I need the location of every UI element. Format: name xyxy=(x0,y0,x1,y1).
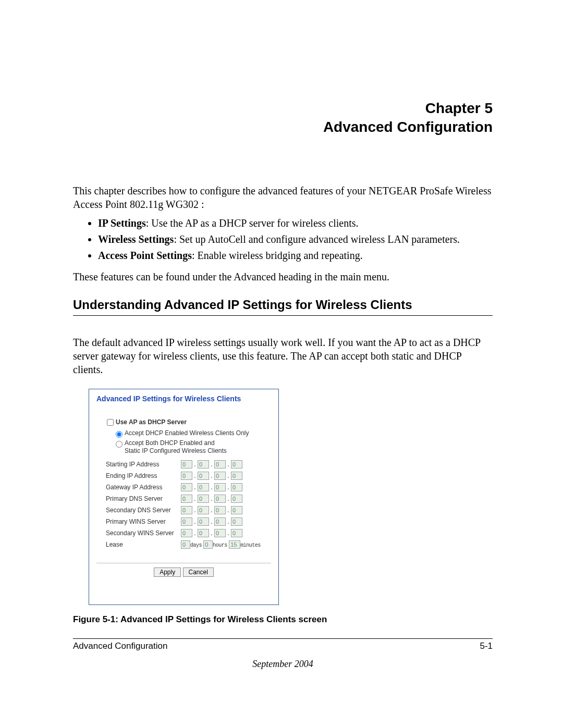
button-row: Apply Cancel xyxy=(96,563,271,577)
checkbox-label: Use AP as DHCP Server xyxy=(116,418,187,425)
use-ap-dhcp-checkbox[interactable] xyxy=(107,419,114,426)
chapter-title: Chapter 5 Advanced Configuration xyxy=(73,99,493,137)
feature-desc: : Enable wireless bridging and repeating… xyxy=(192,250,363,261)
field-label: Ending IP Address xyxy=(105,470,180,482)
footer-rule xyxy=(73,638,493,639)
ip-octet-input[interactable] xyxy=(231,529,242,537)
field-label: Starting IP Address xyxy=(105,459,180,470)
page-footer: Advanced Configuration 5-1 xyxy=(73,641,493,651)
radio-row-2: Accept Both DHCP Enabled andStatic IP Co… xyxy=(113,439,271,455)
apply-button[interactable]: Apply xyxy=(154,567,181,577)
table-row: Gateway IP Address . . . xyxy=(105,482,262,493)
ip-octet-input[interactable] xyxy=(198,495,209,503)
field-label: Primary DNS Server xyxy=(105,493,180,504)
lease-row: Lease days hours minutes xyxy=(105,539,262,550)
feature-desc: : Set up AutoCell and configure advanced… xyxy=(174,233,460,245)
ip-octet-input[interactable] xyxy=(198,460,209,468)
feature-name: Access Point Settings xyxy=(98,250,192,261)
ip-octet-input[interactable] xyxy=(231,506,242,514)
list-item: Access Point Settings: Enable wireless b… xyxy=(98,249,493,263)
footer-date: September 2004 xyxy=(73,659,493,670)
ip-octet-input[interactable] xyxy=(214,483,226,491)
ip-octet-input[interactable] xyxy=(198,506,209,514)
hours-unit: hours xyxy=(213,542,227,548)
lease-days-input[interactable] xyxy=(181,540,190,549)
chapter-name: Advanced Configuration xyxy=(323,119,493,135)
list-item: IP Settings: Use the AP as a DHCP server… xyxy=(98,216,493,230)
ip-octet-input[interactable] xyxy=(214,529,226,537)
table-row: Primary WINS Server . . . xyxy=(105,516,262,527)
section-paragraph: The default advanced IP wireless setting… xyxy=(73,336,493,376)
ip-octet-input[interactable] xyxy=(181,517,192,526)
ip-octet-input[interactable] xyxy=(181,460,192,468)
minutes-unit: minutes xyxy=(240,542,261,548)
field-label: Lease xyxy=(105,539,180,550)
ip-octet-input[interactable] xyxy=(181,472,192,480)
table-row: Ending IP Address . . . xyxy=(105,470,262,482)
table-row: Primary DNS Server . . . xyxy=(105,493,262,504)
settings-panel-screenshot: Advanced IP Settings for Wireless Client… xyxy=(89,389,279,605)
feature-name: IP Settings xyxy=(98,217,146,229)
table-row: Secondary DNS Server . . . xyxy=(105,504,262,516)
outro-paragraph: These features can be found under the Ad… xyxy=(73,271,493,283)
ip-octet-input[interactable] xyxy=(214,495,226,503)
field-label: Primary WINS Server xyxy=(105,516,180,527)
ip-octet-input[interactable] xyxy=(214,517,226,526)
accept-dhcp-only-radio[interactable] xyxy=(116,431,123,438)
ip-octet-input[interactable] xyxy=(231,472,242,480)
feature-list: IP Settings: Use the AP as a DHCP server… xyxy=(73,216,493,263)
ip-octet-input[interactable] xyxy=(231,460,242,468)
ip-octets: . . . xyxy=(180,459,262,470)
ip-octet-input[interactable] xyxy=(214,472,226,480)
ip-octet-input[interactable] xyxy=(231,483,242,491)
ip-octet-input[interactable] xyxy=(214,506,226,514)
ip-octet-input[interactable] xyxy=(198,483,209,491)
panel-title: Advanced IP Settings for Wireless Client… xyxy=(96,394,271,403)
days-unit: days xyxy=(190,542,202,548)
ip-octet-input[interactable] xyxy=(181,506,192,514)
table-row: Starting IP Address . . . xyxy=(105,459,262,470)
lease-hours-input[interactable] xyxy=(203,540,213,549)
ip-octet-input[interactable] xyxy=(198,517,209,526)
radio-label-line1: Accept Both DHCP Enabled and xyxy=(125,439,215,447)
lease-minutes-input[interactable] xyxy=(229,540,240,549)
ip-octet-input[interactable] xyxy=(181,529,192,537)
figure-caption: Figure 5-1: Advanced IP Settings for Wir… xyxy=(73,614,493,625)
ip-octet-input[interactable] xyxy=(214,460,226,468)
accept-both-radio[interactable] xyxy=(116,441,123,448)
ip-octet-input[interactable] xyxy=(198,472,209,480)
ip-fields-table: Starting IP Address . . . Ending IP Addr… xyxy=(105,459,262,550)
feature-name: Wireless Settings xyxy=(98,233,174,245)
ip-octet-input[interactable] xyxy=(231,495,242,503)
field-label: Secondary DNS Server xyxy=(105,504,180,516)
intro-paragraph: This chapter describes how to configure … xyxy=(73,184,493,211)
field-label: Secondary WINS Server xyxy=(105,527,180,539)
feature-desc: : Use the AP as a DHCP server for wirele… xyxy=(146,217,359,229)
ip-octet-input[interactable] xyxy=(231,517,242,526)
list-item: Wireless Settings: Set up AutoCell and c… xyxy=(98,232,493,246)
chapter-number: Chapter 5 xyxy=(425,100,493,116)
field-label: Gateway IP Address xyxy=(105,482,180,493)
ip-octet-input[interactable] xyxy=(181,495,192,503)
radio-row-1: Accept DHCP Enabled Wireless Clients Onl… xyxy=(113,429,271,438)
cancel-button[interactable]: Cancel xyxy=(183,567,214,577)
radio-label-line2: Static IP Configured Wireless Clients xyxy=(125,447,227,454)
section-heading: Understanding Advanced IP Settings for W… xyxy=(73,298,493,316)
ip-octet-input[interactable] xyxy=(181,483,192,491)
table-row: Secondary WINS Server . . . xyxy=(105,527,262,539)
radio-label: Accept DHCP Enabled Wireless Clients Onl… xyxy=(125,429,249,437)
footer-right: 5-1 xyxy=(480,641,493,651)
footer-left: Advanced Configuration xyxy=(73,641,167,651)
dhcp-checkbox-row: Use AP as DHCP Server xyxy=(105,417,271,427)
ip-octet-input[interactable] xyxy=(198,529,209,537)
